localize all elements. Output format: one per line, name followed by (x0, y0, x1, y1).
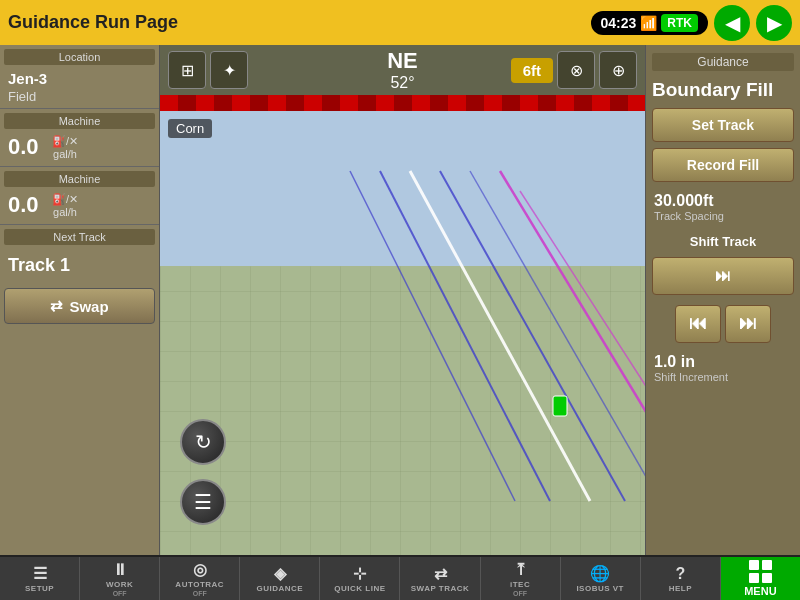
svg-rect-0 (160, 266, 645, 555)
zoom-out-button[interactable]: ⊗ (557, 51, 595, 89)
layers-list-button[interactable]: ☰ (180, 479, 226, 525)
map-grid-svg (160, 111, 645, 555)
crop-label: Corn (168, 119, 212, 138)
left-panel: Location Jen-3 Field Machine 0.0 ⛽/✕ gal… (0, 45, 160, 555)
bottom-bar: ☰ SETUP ⏸ WORK OFF ◎ AUTOTRAC OFF ◈ GUID… (0, 555, 800, 600)
record-fill-button[interactable]: Record Fill (652, 148, 794, 182)
machine1-icon: ⛽/✕ (52, 135, 78, 148)
swap-icon: ⇄ (50, 297, 63, 315)
itec-label: iTEC (510, 580, 530, 589)
machine1-unit: ⛽/✕ gal/h (52, 135, 78, 160)
rtk-badge: RTK (661, 14, 698, 32)
rotate-map-button[interactable]: ↻ (180, 419, 226, 465)
map-canvas[interactable]: Corn ↻ ☰ (160, 111, 645, 555)
next-track-section: Next Track Track 1 ⇄ Swap (0, 225, 159, 555)
machine2-icon: ⛽/✕ (52, 193, 78, 206)
shift-left-icon: ⏮ (689, 313, 707, 334)
shift-lr-row: ⏮ ⏭ (652, 305, 794, 343)
itec-status: OFF (513, 590, 527, 597)
map-nav-group: ⊞ ✦ (168, 51, 248, 89)
bottom-quickline[interactable]: ⊹ QUICK LINE (320, 557, 400, 600)
distance-badge: 6ft (511, 58, 553, 83)
right-panel: Guidance Boundary Fill Set Track Record … (645, 45, 800, 555)
machine2-value: 0.0 (8, 192, 48, 218)
bottom-autotrac[interactable]: ◎ AUTOTRAC OFF (160, 557, 240, 600)
work-icon: ⏸ (112, 561, 128, 579)
track-spacing-value: 30.000ft (654, 192, 792, 210)
bottom-guidance[interactable]: ◈ GUIDANCE (240, 557, 320, 600)
set-track-button[interactable]: Set Track (652, 108, 794, 142)
list-icon: ☰ (194, 490, 212, 514)
swap-label: Swap (69, 298, 108, 315)
menu-label: MENU (744, 585, 776, 597)
time-display: 04:23 📶 RTK (591, 11, 708, 35)
swaptrack-icon: ⇄ (434, 564, 447, 583)
location-section: Location Jen-3 Field (0, 45, 159, 109)
setup-icon: ☰ (33, 564, 47, 583)
shift-center-button[interactable]: ⏭ (652, 257, 794, 295)
location-field: Field (4, 89, 155, 104)
track-spacing-label: Track Spacing (654, 210, 792, 222)
bottom-setup[interactable]: ☰ SETUP (0, 557, 80, 600)
machine1-unit2: gal/h (53, 148, 77, 160)
main-area: Location Jen-3 Field Machine 0.0 ⛽/✕ gal… (0, 45, 800, 555)
svg-rect-8 (553, 396, 567, 416)
compass-degrees: 52° (387, 74, 418, 92)
header-right: 04:23 📶 RTK ◀ ▶ (591, 5, 792, 41)
bottom-isobus[interactable]: 🌐 ISOBUS VT (561, 557, 641, 600)
bottom-work[interactable]: ⏸ WORK OFF (80, 557, 160, 600)
boundary-fill-label: Boundary Fill (652, 79, 794, 102)
quickline-label: QUICK LINE (334, 584, 385, 593)
next-track-label: Next Track (4, 229, 155, 245)
nav-back-button[interactable]: ◀ (714, 5, 750, 41)
setup-label: SETUP (25, 584, 54, 593)
shift-right-icon: ⏭ (739, 313, 757, 334)
guidance-icon: ◈ (274, 564, 286, 583)
help-label: HELP (669, 584, 692, 593)
nav-forward-button[interactable]: ▶ (756, 5, 792, 41)
quickline-icon: ⊹ (353, 564, 366, 583)
swaptrack-label: SWAP TRACK (411, 584, 470, 593)
page-title: Guidance Run Page (8, 12, 178, 33)
map-layers-icon[interactable]: ✦ (210, 51, 248, 89)
work-status: OFF (113, 590, 127, 597)
machine1-label: Machine (4, 113, 155, 129)
shift-right-button[interactable]: ⏭ (725, 305, 771, 343)
compass-display: NE 52° (387, 48, 418, 92)
machine1-value: 0.0 (8, 134, 48, 160)
autotrac-icon: ◎ (193, 560, 207, 579)
isobus-label: ISOBUS VT (576, 584, 624, 593)
shift-track-label: Shift Track (652, 232, 794, 251)
help-icon: ? (675, 565, 685, 583)
machine2-unit: ⛽/✕ gal/h (52, 193, 78, 218)
track-name: Track 1 (4, 251, 155, 280)
machine1-row: 0.0 ⛽/✕ gal/h (4, 132, 155, 162)
guidance-title: Guidance (652, 53, 794, 71)
time-text: 04:23 (601, 15, 637, 31)
machine2-row: 0.0 ⛽/✕ gal/h (4, 190, 155, 220)
machine2-label: Machine (4, 171, 155, 187)
swap-button[interactable]: ⇄ Swap (4, 288, 155, 324)
itec-icon: ⤒ (514, 560, 527, 579)
map-grid-icon[interactable]: ⊞ (168, 51, 206, 89)
shift-center-icon: ⏭ (715, 267, 731, 285)
autotrac-label: AUTOTRAC (175, 580, 224, 589)
shift-increment-value: 1.0 in (654, 353, 792, 371)
track-spacing-row: 30.000ft Track Spacing (652, 188, 794, 226)
machine1-section: Machine 0.0 ⛽/✕ gal/h (0, 109, 159, 167)
bottom-itec[interactable]: ⤒ iTEC OFF (481, 557, 561, 600)
zoom-in-button[interactable]: ⊕ (599, 51, 637, 89)
location-name: Jen-3 (4, 68, 155, 89)
coverage-bar (160, 95, 645, 111)
machine2-unit2: gal/h (53, 206, 77, 218)
bottom-help[interactable]: ? HELP (641, 557, 721, 600)
compass-direction: NE (387, 48, 418, 74)
shift-left-button[interactable]: ⏮ (675, 305, 721, 343)
location-label: Location (4, 49, 155, 65)
map-area: ⊞ ✦ NE 52° 6ft ⊗ ⊕ (160, 45, 645, 555)
work-label: WORK (106, 580, 133, 589)
bottom-swaptrack[interactable]: ⇄ SWAP TRACK (400, 557, 480, 600)
isobus-icon: 🌐 (590, 564, 610, 583)
menu-button[interactable]: MENU (721, 557, 800, 600)
map-toolbar: ⊞ ✦ NE 52° 6ft ⊗ ⊕ (160, 45, 645, 95)
